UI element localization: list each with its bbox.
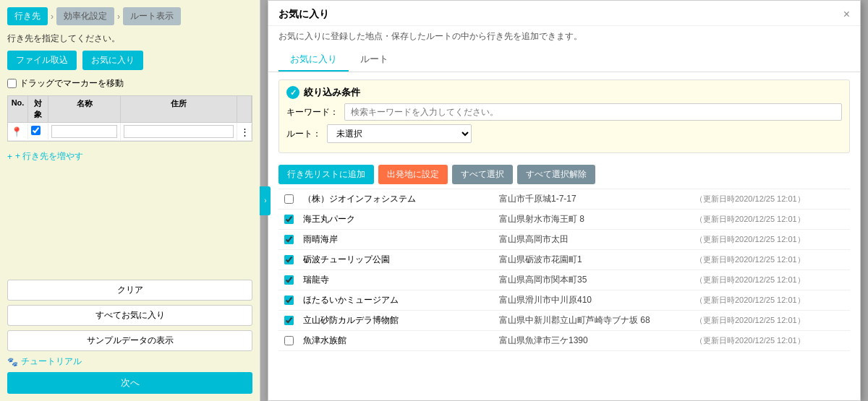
list-item-checkbox[interactable]	[284, 296, 294, 305]
filter-title: 絞り込み条件	[304, 86, 360, 99]
keyword-row: キーワード：	[286, 103, 842, 121]
breadcrumb-optimization[interactable]: 効率化設定	[56, 7, 114, 25]
list-item-address: 富山県砺波市花園町1	[495, 254, 691, 266]
col-no: No.	[8, 96, 28, 122]
add-to-list-button[interactable]: 行き先リストに追加	[278, 165, 374, 184]
breadcrumb-arrow-1: ›	[51, 12, 54, 22]
expand-panel-button[interactable]: ›	[260, 186, 271, 215]
breadcrumb-route-display[interactable]: ルート表示	[123, 7, 181, 25]
list-item-checkbox[interactable]	[284, 194, 294, 204]
col-action	[237, 96, 252, 122]
instruction-text: 行き先を指定してください。	[7, 33, 252, 45]
tutorial-label: チュートリアル	[21, 355, 82, 368]
breadcrumb-arrow-2: ›	[117, 12, 120, 22]
left-panel: 行き先 › 効率化設定 › ルート表示 行き先を指定してください。 ファイル取込…	[0, 0, 260, 401]
list-item-address: 富山県高岡市太田	[495, 233, 691, 246]
modal-title: お気に入り	[278, 8, 329, 21]
sample-data-button[interactable]: サンプルデータの表示	[7, 330, 252, 351]
route-label: ルート：	[286, 128, 321, 140]
list-item-address: 富山県中新川郡立山町芦崎寺ブナ坂 68	[495, 314, 691, 327]
breadcrumb: 行き先 › 効率化設定 › ルート表示	[7, 7, 252, 25]
destination-table: No. 対象 名称 住所 📍 ⋮	[7, 95, 252, 142]
list-item-name: 瑞龍寺	[299, 274, 495, 286]
next-button[interactable]: 次へ	[7, 372, 252, 394]
col-address: 住所	[121, 96, 237, 122]
list-item-name: ほたるいかミュージアム	[299, 294, 495, 306]
row-checkbox[interactable]	[31, 126, 41, 135]
list-item-checkbox[interactable]	[284, 316, 294, 325]
keyword-input[interactable]	[344, 103, 842, 121]
action-buttons: 行き先リストに追加 出発地に設定 すべて選択 すべて選択解除	[268, 160, 860, 189]
modal-header: お気に入り ×	[268, 1, 860, 26]
list-item-name: 立山砂防カルデラ博物館	[299, 314, 495, 327]
list-item-address: 富山県射水市海王町 8	[495, 213, 691, 225]
list-item-address: 富山県高岡市関本町35	[495, 274, 691, 286]
table-row: 📍 ⋮	[8, 123, 252, 141]
filter-header: ✓ 絞り込み条件	[286, 86, 842, 99]
clear-button[interactable]: クリア	[7, 280, 252, 301]
add-label: + 行き先を増やす	[15, 150, 83, 163]
route-select[interactable]: 未選択	[327, 124, 472, 143]
all-favorites-button[interactable]: すべてお気に入り	[7, 305, 252, 326]
list-item-checkbox[interactable]	[284, 275, 294, 285]
row-menu[interactable]: ⋮	[237, 124, 252, 139]
filter-check-icon: ✓	[286, 86, 299, 99]
modal-close-button[interactable]: ×	[843, 8, 850, 21]
list-item-address: 富山市千原城1-7-17	[495, 193, 691, 205]
row-address-cell	[121, 123, 237, 140]
list-item: 立山砂防カルデラ博物館富山県中新川郡立山町芦崎寺ブナ坂 68（更新日時2020/…	[278, 311, 850, 331]
tab-route[interactable]: ルート	[349, 48, 400, 72]
list-item: 瑞龍寺富山県高岡市関本町35（更新日時2020/12/25 12:01）	[278, 270, 850, 290]
list-item-checkbox[interactable]	[284, 215, 294, 224]
modal-subtitle: お気に入りに登録した地点・保存したルートの中から行き先を追加できます。	[268, 26, 860, 48]
select-all-button[interactable]: すべて選択	[452, 165, 513, 184]
modal-tabs: お気に入り ルート	[268, 48, 860, 72]
set-depart-button[interactable]: 出発地に設定	[378, 165, 448, 184]
list-item-date: （更新日時2020/12/25 12:01）	[691, 295, 850, 306]
drag-label: ドラッグでマーカーを移動	[20, 77, 124, 90]
keyword-label: キーワード：	[286, 106, 339, 118]
list-item: 海王丸パーク富山県射水市海王町 8（更新日時2020/12/25 12:01）	[278, 210, 850, 230]
row-no: 📍	[8, 124, 28, 139]
table-header: No. 対象 名称 住所	[8, 96, 252, 123]
route-row: ルート： 未選択	[286, 124, 842, 143]
list-item-date: （更新日時2020/12/25 12:01）	[691, 234, 850, 245]
list-item-address: 富山県滑川市中川原410	[495, 294, 691, 306]
favorites-button[interactable]: お気に入り	[82, 51, 143, 70]
list-item-date: （更新日時2020/12/25 12:01）	[691, 335, 850, 346]
tab-favorites[interactable]: お気に入り	[278, 48, 349, 72]
list-item: 砺波チューリップ公園富山県砺波市花園町1（更新日時2020/12/25 12:0…	[278, 250, 850, 270]
list-item-checkbox[interactable]	[284, 235, 294, 244]
list-item-name: （株）ジオインフォシステム	[299, 193, 495, 205]
list-item-address: 富山県魚津市三ケ1390	[495, 335, 691, 347]
deselect-all-button[interactable]: すべて選択解除	[517, 165, 595, 184]
list-item-date: （更新日時2020/12/25 12:01）	[691, 275, 850, 285]
list-item: （株）ジオインフォシステム富山市千原城1-7-17（更新日時2020/12/25…	[278, 189, 850, 210]
bottom-buttons: クリア すべてお気に入り サンプルデータの表示 🐾 チュートリアル 次へ	[7, 280, 252, 394]
list-item-name: 砺波チューリップ公園	[299, 254, 495, 266]
favorites-modal: お気に入り × お気に入りに登録した地点・保存したルートの中から行き先を追加でき…	[268, 0, 861, 401]
list-item-name: 魚津水族館	[299, 335, 495, 347]
list-item: 雨晴海岸富山県高岡市太田（更新日時2020/12/25 12:01）	[278, 230, 850, 250]
button-row: ファイル取込 お気に入り	[7, 51, 252, 70]
drag-checkbox[interactable]	[7, 79, 17, 88]
list-item-date: （更新日時2020/12/25 12:01）	[691, 254, 850, 265]
list-item-date: （更新日時2020/12/25 12:01）	[691, 315, 850, 326]
breadcrumb-destination[interactable]: 行き先	[7, 7, 48, 25]
tutorial-link[interactable]: 🐾 チュートリアル	[7, 355, 252, 368]
list-item-checkbox[interactable]	[284, 255, 294, 264]
list-item-date: （更新日時2020/12/25 12:01）	[691, 194, 850, 204]
plus-icon: +	[7, 152, 12, 162]
list-item-checkbox[interactable]	[284, 336, 294, 345]
row-name-cell	[48, 123, 121, 140]
list-item: ほたるいかミュージアム富山県滑川市中川原410（更新日時2020/12/25 1…	[278, 290, 850, 311]
drag-checkbox-row: ドラッグでマーカーを移動	[7, 77, 252, 90]
list-item-date: （更新日時2020/12/25 12:01）	[691, 214, 850, 225]
filter-section: ✓ 絞り込み条件 キーワード： ルート： 未選択	[278, 79, 850, 153]
add-destination-link[interactable]: + + 行き先を増やす	[7, 147, 252, 165]
pin-icon: 📍	[11, 126, 22, 137]
row-address-input[interactable]	[124, 125, 234, 138]
row-name-input[interactable]	[51, 125, 117, 138]
col-name: 名称	[48, 96, 121, 122]
file-import-button[interactable]: ファイル取込	[7, 51, 77, 70]
